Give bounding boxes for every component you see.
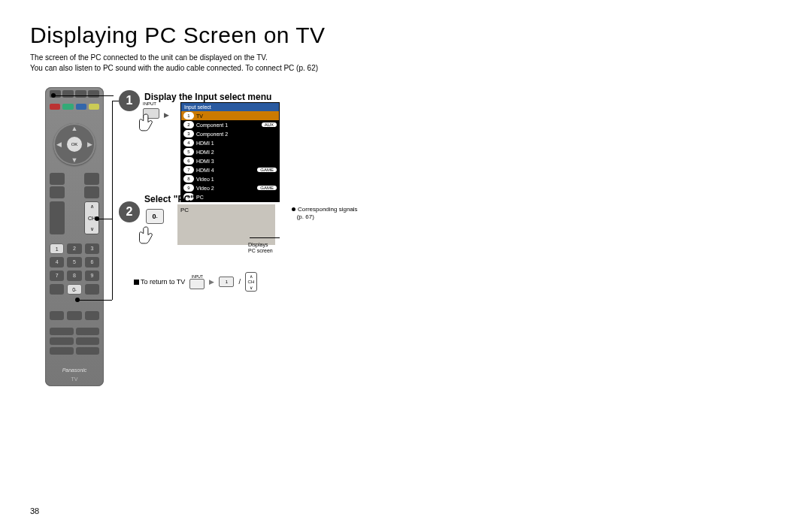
hand-icon <box>137 225 158 249</box>
intro-line2: You can also listen to PC sound with the… <box>30 64 318 72</box>
return-label: To return to TV <box>141 278 185 286</box>
remote-key-1: 1 <box>50 243 64 254</box>
pc-screen-box: PC <box>177 204 275 245</box>
intro-line1: The screen of the PC connected to the un… <box>30 53 268 62</box>
page-number: 38 <box>30 506 39 515</box>
step-2-badge: 2 <box>119 201 140 222</box>
key-0-icon: 0- <box>146 209 164 224</box>
hand-icon <box>137 113 158 137</box>
input-button-label: INPUT <box>143 101 156 106</box>
step-1-badge: 1 <box>119 90 140 111</box>
step-1-title: Display the Input select menu <box>144 92 271 102</box>
input-select-menu: Input select 1TV 2Component 1AUX 3Compon… <box>180 102 280 202</box>
tv-label: TV <box>45 376 104 382</box>
input-select-header: Input select <box>181 103 279 111</box>
key-1-small-icon: 1 <box>219 277 234 287</box>
remote-control: OK ▲▼ ◀▶ ∧CH∨ 1 23 456 789 0- <box>45 87 104 386</box>
arrow-icon: ▶ <box>164 111 169 119</box>
input-button-small-icon <box>189 279 205 289</box>
remote-key-0: 0- <box>67 284 81 295</box>
step-2-title: Select "PC" <box>144 194 195 204</box>
ok-button: OK <box>67 137 82 152</box>
dpad-wheel: OK ▲▼ ◀▶ <box>53 123 95 165</box>
return-to-tv-row: To return to TV INPUT ▶ 1 / ∧CH∨ <box>134 272 257 292</box>
displays-pc-note: DisplaysPC screen <box>248 242 273 255</box>
slash: / <box>238 278 241 286</box>
channel-rocker-small-icon: ∧CH∨ <box>245 272 257 292</box>
page-title: Displaying PC Screen on TV <box>30 23 782 48</box>
corresponding-signals-note: Corresponding signals (p. 67) <box>292 206 358 222</box>
arrow-icon: ▶ <box>209 278 214 286</box>
brand-label: Panasonic <box>45 367 104 373</box>
intro-text: The screen of the PC connected to the un… <box>30 53 782 74</box>
